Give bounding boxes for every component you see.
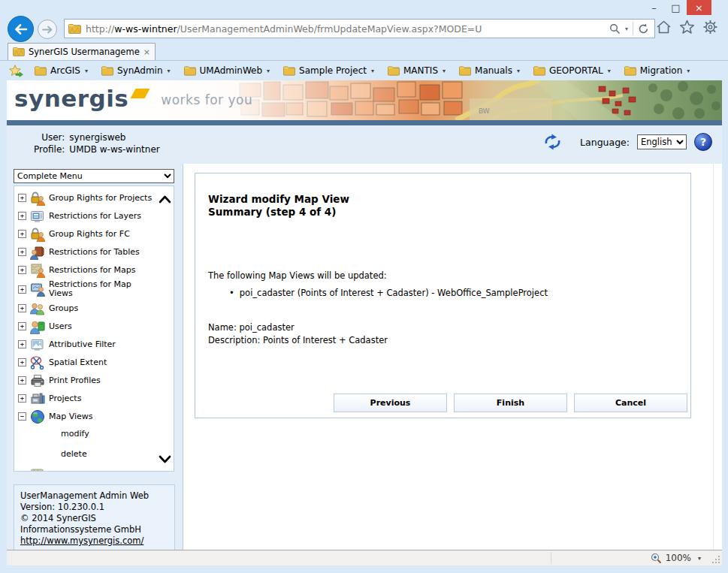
tree-scroll-up-icon[interactable] [159,192,171,207]
expand-plus-icon[interactable]: + [18,376,26,385]
tree-item-group-rights-for-fc[interactable]: + Group Rights for FC [18,226,174,242]
synergis-website-link[interactable]: http://www.mysynergis.com/ [20,535,143,546]
tree-item-print-profiles[interactable]: + Print Profiles [18,372,174,388]
tab-synergis-usermanagement[interactable]: SynerGIS Usermanagement ... × [8,43,156,60]
profile-label: Profile: [34,144,65,155]
tree-item-restrictions-for-map-views[interactable]: + Restrictions for Map Views [18,280,174,298]
settings-gear-icon[interactable] [702,20,718,35]
maximize-button[interactable]: □ [665,0,687,15]
favorites-item-arcgis[interactable]: ArcGIS ▾ [29,64,93,77]
header-divider-bar [7,120,722,125]
tree-item-groups[interactable]: + Groups [18,300,174,316]
about-line: Informationssysteme GmbH [20,524,168,535]
tab-bar: SynerGIS Usermanagement ... × [0,43,728,60]
zoom-dropdown-icon[interactable]: ▾ [698,555,701,562]
tree-item-restrictions-for-tables[interactable]: + Restrictions for Tables [18,244,174,260]
tab-close-icon[interactable]: × [143,47,150,57]
expand-plus-icon[interactable]: + [18,304,26,312]
menu-mode-select[interactable]: Complete Menu [14,169,174,183]
wizard-title-line1: Wizard modify Map View [208,193,349,206]
expand-plus-icon[interactable]: + [18,471,26,472]
refresh-icon[interactable] [638,23,649,35]
status-bar-divider [551,552,551,564]
wizard-buttons: Previous Finish Cancel [334,394,687,412]
favorites-item-migration[interactable]: Migration ▾ [619,64,696,77]
expand-plus-icon[interactable]: + [18,394,26,403]
main-content: Wizard modify Map View Summary (step 4 o… [183,164,722,550]
expand-plus-icon[interactable]: + [18,248,26,256]
language-select[interactable]: English [637,134,687,149]
browser-action-icons [656,20,718,35]
tree-item-map-views-modify[interactable]: modify [18,427,174,442]
logo-slash-icon [131,89,150,98]
resize-grip[interactable] [712,556,720,563]
logo-wordmark: synergis [14,86,128,111]
tree-item-label: Projects [49,394,81,403]
add-favorite-star-icon[interactable] [9,65,23,77]
tree-item-map-views[interactable]: − Map Views [18,409,174,424]
expand-plus-icon[interactable]: + [18,358,26,366]
address-bar[interactable]: http://w-ws-wintner/UserManagementAdminW… [64,19,655,38]
favorites-item-mantis[interactable]: MANTIS ▾ [382,64,451,77]
tree-item-projects[interactable]: + Projects [18,391,174,406]
finish-button[interactable]: Finish [454,394,567,412]
back-button[interactable] [8,16,34,42]
folder-icon [35,66,47,76]
tree-item-label: Attributive Filter [49,340,116,349]
mapview-list-item: •poi_cadaster (Points of Interest + Cada… [229,288,548,298]
favorites-item-geoportal[interactable]: GEOPORTAL ▾ [528,64,616,77]
synergis-banner: synergis works for you BW [7,80,722,120]
expand-plus-icon[interactable]: + [18,285,26,294]
favorites-item-umadminweb[interactable]: UMAdminWeb ▾ [179,64,276,77]
expand-plus-icon[interactable]: + [18,230,26,238]
tree-item-maps[interactable]: + Maps [18,467,174,472]
folder-icon [624,66,636,76]
tree-item-label: Group Rights for FC [49,230,130,239]
wizard-panel: Wizard modify Map View Summary (step 4 o… [195,173,691,418]
previous-button[interactable]: Previous [334,394,447,412]
expand-plus-icon[interactable]: + [18,212,26,220]
home-icon[interactable] [656,20,672,35]
tree-item-restrictions-for-layers[interactable]: + Restrictions for Layers [18,208,174,224]
tree-item-spatial-extent[interactable]: + Spatial Extent [18,354,174,370]
help-icon[interactable]: ? [694,133,712,151]
tree-item-restrictions-for-maps[interactable]: + Restrictions for Maps [18,262,174,278]
minimize-button[interactable]: – [643,0,665,15]
tree-scroll-down-icon[interactable] [159,452,171,466]
favorites-item-synadmin[interactable]: SynAdmin ▾ [96,64,176,77]
about-line: © 2014 SynerGIS [20,513,168,524]
expand-plus-icon[interactable]: + [18,194,26,202]
favorites-item-label: Sample Project [299,65,367,76]
favorites-star-icon[interactable] [679,20,695,35]
search-icon[interactable] [609,23,621,35]
favorites-item-label: MANTIS [403,65,438,76]
tree-item-group-rights-for-projects[interactable]: + Group Rights for Projects [18,190,174,206]
search-dropdown-icon[interactable]: ▾ [625,26,628,32]
favorites-bar: ArcGIS ▾ SynAdmin ▾ UMAdminWeb ▾ Sample … [0,60,728,80]
favorites-item-sample-project[interactable]: Sample Project ▾ [278,64,379,77]
zoom-control[interactable]: 100% ▾ [651,550,701,565]
favorites-item-manuals[interactable]: Manuals ▾ [454,64,525,77]
tree-item-users[interactable]: + Users [18,318,174,334]
synergis-logo: synergis works for you [14,86,252,111]
expand-plus-icon[interactable]: + [18,266,26,274]
user-label: User: [34,132,65,143]
profile-value: UMDB w-ws-wintner [69,144,159,155]
tree-item-map-views-delete[interactable]: delete [18,447,174,462]
close-button[interactable]: × [687,0,711,15]
favorites-item-label: GEOPORTAL [549,65,603,76]
tree-item-label: delete [61,450,87,459]
tree-item-attributive-filter[interactable]: + Attributive Filter [18,336,174,352]
wizard-title: Wizard modify Map View Summary (step 4 o… [208,193,349,219]
expand-plus-icon[interactable]: + [18,340,26,348]
reload-language-icon[interactable] [543,133,562,151]
forward-button[interactable] [38,20,57,39]
favorites-item-label: Manuals [475,65,512,76]
page-favicon-folder-icon [68,24,81,34]
cancel-button[interactable]: Cancel [574,394,687,412]
collapse-minus-icon[interactable]: − [18,412,26,421]
expand-plus-icon[interactable]: + [18,322,26,330]
window-caption-buttons: – □ × [643,0,711,15]
mapview-description-line: Description: Points of Interest + Cadast… [208,335,388,345]
tree-item-label: Restrictions for Maps [49,266,135,275]
